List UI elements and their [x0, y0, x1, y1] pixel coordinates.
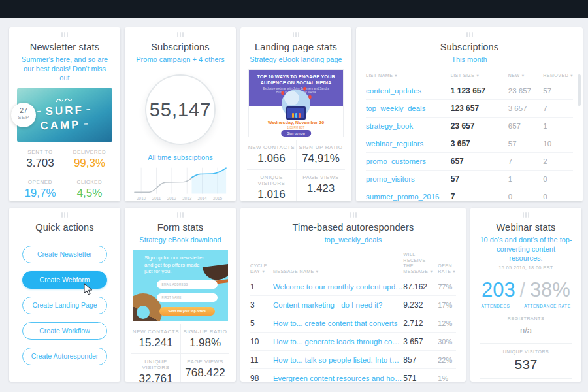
landing-page-link[interactable]: Strategy eBook landing page: [250, 55, 342, 64]
drag-handle-icon[interactable]: [350, 212, 357, 218]
cursor-icon: [83, 283, 93, 296]
svg-text:2013: 2013: [182, 196, 192, 201]
create-newsletter-button[interactable]: Create Newsletter: [22, 246, 107, 263]
sign-up-now-button: Sign up now: [281, 130, 311, 137]
col-header-removed[interactable]: REMOVED▾: [543, 71, 573, 82]
campaigns-filter-link[interactable]: Promo campaign + 4 others: [134, 55, 227, 64]
table-row: 11 How to... talk so people listed. Into…: [250, 351, 456, 369]
message-link[interactable]: How to... talk so people listed. Into to…: [273, 351, 403, 369]
stat-signup-ratio: SIGN-UP RATIO 74,91%: [296, 140, 345, 169]
create-landing-page-button[interactable]: Create Landing Page: [22, 297, 107, 314]
col-header-list-size[interactable]: LIST SIZE▾: [451, 71, 508, 82]
dashboard-board: Newsletter stats Summer's here, and so a…: [0, 18, 588, 382]
card-title: Newsletter stats: [9, 42, 120, 52]
webinar-datetime: 15.05.2016, 18:00 EST: [470, 265, 581, 270]
list-name-link[interactable]: content_updates: [366, 82, 451, 100]
form-submit-button-preview: Send me your top offers: [159, 307, 215, 316]
table-row: 5 How to... create content that converts…: [250, 314, 456, 333]
card-title: Subscriptions: [125, 42, 236, 52]
message-link[interactable]: Welcome to our monthly content updates!: [273, 278, 403, 296]
stat-new-contacts: NEW CONTACTS 15.241: [131, 324, 180, 353]
list-name-link[interactable]: promo_customers: [366, 152, 451, 170]
col-header-will-receive[interactable]: WILL RECEIVE THE MESSAGE▾: [403, 250, 438, 278]
stat-delivered: DELIVERED 99,3%: [65, 144, 114, 174]
coffee-cup-illustration: [203, 263, 228, 281]
webinar-headline-labels: ATTENDEES ATTENDANCE RATE: [470, 304, 581, 308]
card-title: Subscriptions: [356, 42, 583, 52]
create-webform-button[interactable]: Create Webform: [22, 271, 107, 289]
all-time-subscriptions-link[interactable]: All time subsciptions: [125, 154, 236, 161]
wave-icon: [56, 97, 73, 103]
table-row: webinar_regulars 3 657 57 10: [366, 135, 573, 152]
monitor-screen: [287, 108, 304, 118]
drag-handle-icon[interactable]: [523, 212, 529, 218]
list-name-link[interactable]: webinar_regulars: [366, 135, 451, 152]
surf-camp-artwork: SURF CAMP: [16, 95, 113, 133]
webinar-stats-card: Webinar stats 10 do's and dont's of the …: [470, 208, 581, 382]
chart-line-history: [135, 174, 200, 192]
col-header-open-rate[interactable]: OPEN RATE▾: [438, 250, 456, 278]
autoresponder-list-link[interactable]: top_weekly_deals: [250, 235, 457, 244]
drag-handle-icon[interactable]: [177, 32, 184, 37]
table-row: strategy_book 23 657 657 1: [366, 117, 573, 135]
table-row: promo_visitors 57 1 0: [366, 170, 573, 188]
first-name-field-preview: FIRST NAME: [157, 293, 218, 302]
stat-unique-visitors: UNIQUE VISITORS 32.761: [131, 353, 180, 382]
quick-actions-card: Quick actions Create Newsletter Create W…: [9, 208, 120, 382]
webform-thumbnail[interactable]: Sign up for our newsletter and get top o…: [133, 250, 228, 321]
create-workflow-button[interactable]: Create Workflow: [22, 322, 107, 340]
newsletter-subject-link[interactable]: Summer's here, and so are our best deals…: [18, 55, 111, 82]
create-autoresponder-button[interactable]: Create Autoresponder: [22, 348, 107, 365]
globe-illustration: [282, 90, 310, 118]
list-name-link[interactable]: summer_promo_2016: [366, 188, 451, 201]
sort-caret-icon: ▾: [453, 269, 455, 274]
card-title: Webinar stats: [470, 222, 581, 233]
table-row: 10 How to... generate leads through cont…: [250, 333, 456, 351]
drag-handle-icon[interactable]: [466, 32, 473, 37]
drag-handle-icon[interactable]: [177, 212, 184, 218]
landing-stats-grid: NEW CONTACTS 1.066 SIGN-UP RATIO 74,91% …: [247, 140, 345, 201]
attendees-value: 203: [482, 278, 515, 302]
message-link[interactable]: Content marketing - do I need it?: [273, 296, 403, 314]
table-scrollbar[interactable]: [578, 74, 581, 106]
list-name-link[interactable]: strategy_book: [366, 117, 451, 135]
table-row: content_updates 1 123 657 23 657 57: [366, 82, 573, 100]
separator: /: [520, 280, 525, 301]
list-name-link[interactable]: promo_visitors: [366, 170, 451, 188]
card-title: Time-based autoresponders: [240, 222, 466, 233]
webinar-link[interactable]: 10 do's and dont's of the top-converting…: [480, 235, 572, 263]
stat-signup-ratio: SIGN-UP RATIO 1.98%: [180, 324, 229, 353]
landing-page-thumbnail[interactable]: TOP 10 WAYS TO ENGAGE YOUR AUDIENCE ON S…: [248, 69, 344, 137]
svg-text:2015: 2015: [213, 196, 223, 201]
form-link[interactable]: Strategy eBook download: [134, 235, 227, 244]
col-header-cycle-day[interactable]: CYCLE DAY▾: [250, 250, 273, 278]
message-link[interactable]: How to... generate leads through content…: [273, 333, 403, 351]
chart-x-axis-labels: 2010 2011 2012 2013 2014 2015: [137, 196, 222, 201]
stat-page-views: PAGE VIEWS 1.423: [296, 169, 345, 201]
table-row: top_weekly_deals 123 657 3 657 7: [366, 99, 573, 117]
newsletter-stats-card: Newsletter stats Summer's here, and so a…: [9, 27, 120, 201]
landing-page-stats-card: Landing page stats Strategy eBook landin…: [240, 27, 351, 201]
this-month-filter-link[interactable]: This month: [365, 55, 574, 64]
col-header-list-name[interactable]: LIST NAME▾: [366, 71, 451, 82]
message-link[interactable]: How to... create content that converts: [273, 314, 403, 333]
drag-handle-icon[interactable]: [61, 212, 68, 218]
quick-actions-list: Create Newsletter Create Webform Create …: [9, 246, 120, 365]
subscriptions-summary-card: Subscriptions Promo campaign + 4 others …: [125, 27, 236, 201]
stat-opened: OPENED 19,7%: [16, 174, 65, 201]
unique-visitors-section: UNIQUE VISITORS 537: [470, 350, 581, 372]
sort-caret-icon: ▾: [570, 73, 573, 78]
sort-caret-icon: ▾: [395, 73, 397, 78]
col-header-new[interactable]: NEW▾: [508, 71, 544, 82]
form-stats-grid: NEW CONTACTS 15.241 SIGN-UP RATIO 1.98% …: [131, 324, 229, 382]
message-link[interactable]: Evergreen content resources and how to r…: [273, 369, 403, 382]
drag-handle-icon[interactable]: [293, 32, 299, 37]
card-title: Quick actions: [9, 222, 120, 233]
table-row: summer_promo_2016 7 0 0: [366, 188, 573, 201]
list-name-link[interactable]: top_weekly_deals: [366, 99, 451, 117]
drag-handle-icon[interactable]: [61, 32, 68, 37]
email-field-preview: EMAIL ADDRESS: [157, 280, 218, 289]
newsletter-thumbnail[interactable]: 27 SEP SURF CAMP: [17, 88, 112, 142]
col-header-message-name[interactable]: MESSAGE NAME▾: [273, 250, 403, 278]
stat-page-views: PAGE VIEWS 768.422: [180, 353, 229, 382]
